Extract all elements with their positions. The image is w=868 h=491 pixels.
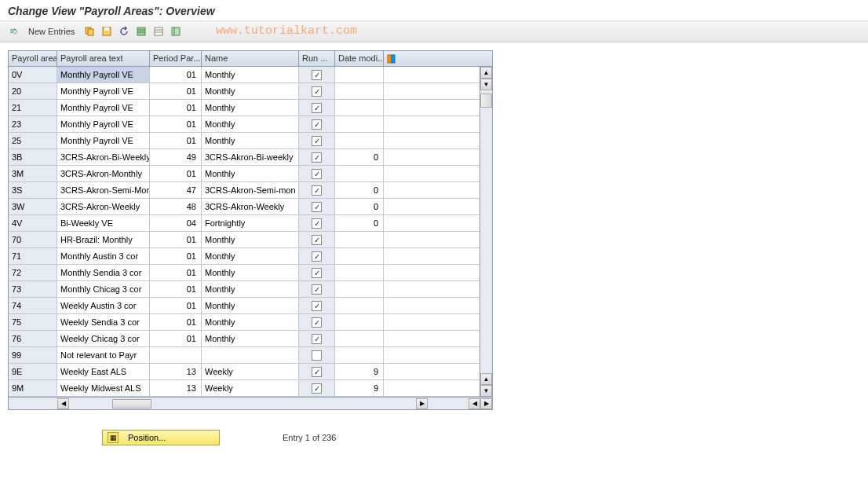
- table-row[interactable]: 76Weekly Chicag 3 cor01Monthly✓: [9, 331, 492, 347]
- cell-name[interactable]: Monthly: [202, 100, 299, 115]
- cell-payroll-area[interactable]: 9E: [9, 364, 57, 379]
- table-row[interactable]: 74Weekly Austin 3 cor01Monthly✓: [9, 298, 492, 314]
- position-button[interactable]: ▦ Position...: [102, 430, 220, 445]
- cell-payroll-area[interactable]: 9M: [9, 380, 57, 396]
- cell-payroll-area-text[interactable]: Weekly Midwest ALS: [57, 380, 150, 396]
- cell-payroll-area[interactable]: 0V: [9, 67, 57, 82]
- cell-run[interactable]: ✓: [299, 149, 335, 165]
- cell-payroll-area[interactable]: 71: [9, 248, 57, 264]
- table-row[interactable]: 3B3CRS-Akron-Bi-Weekly493CRS-Akron-Bi-we…: [9, 149, 492, 166]
- run-checkbox[interactable]: ✓: [312, 251, 322, 262]
- cell-date-modi[interactable]: [335, 314, 384, 330]
- select-all-icon[interactable]: [134, 24, 148, 38]
- cell-period-par[interactable]: 01: [150, 232, 202, 247]
- cell-date-modi[interactable]: [335, 116, 384, 132]
- scroll-left2-icon[interactable]: ◀: [469, 398, 480, 409]
- run-checkbox[interactable]: ✓: [312, 70, 322, 80]
- cell-run[interactable]: ✓: [299, 116, 335, 132]
- cell-payroll-area-text[interactable]: Bi-Weekly VE: [57, 215, 150, 231]
- run-checkbox[interactable]: ✓: [312, 334, 322, 344]
- cell-period-par[interactable]: 01: [150, 100, 202, 115]
- run-checkbox[interactable]: ✓: [312, 119, 322, 130]
- scroll-left-icon[interactable]: ◀: [57, 398, 69, 409]
- cell-run[interactable]: ✓: [299, 83, 335, 99]
- cell-payroll-area-text[interactable]: Monthly Chicag 3 cor: [57, 281, 150, 297]
- cell-period-par[interactable]: 01: [150, 265, 202, 280]
- run-checkbox[interactable]: ✓: [312, 202, 322, 212]
- cell-period-par[interactable]: 01: [150, 116, 202, 132]
- cell-payroll-area[interactable]: 74: [9, 298, 57, 313]
- table-row[interactable]: 72Monthly Sendia 3 cor01Monthly✓: [9, 265, 492, 281]
- col-period-par[interactable]: Period Par...: [150, 51, 202, 66]
- cell-payroll-area[interactable]: 3M: [9, 166, 57, 181]
- cell-date-modi[interactable]: [335, 166, 384, 181]
- cell-period-par[interactable]: 01: [150, 133, 202, 148]
- cell-payroll-area-text[interactable]: Monthly Payroll VE: [57, 67, 150, 82]
- cell-period-par[interactable]: 49: [150, 149, 202, 165]
- cell-period-par[interactable]: 01: [150, 331, 202, 346]
- run-checkbox[interactable]: ✓: [312, 268, 322, 278]
- cell-run[interactable]: ✓: [299, 248, 335, 264]
- cell-date-modi[interactable]: [335, 347, 384, 363]
- table-row[interactable]: 3S3CRS-Akron-Semi-Mon473CRS-Akron-Semi-m…: [9, 182, 492, 199]
- horizontal-scrollbar[interactable]: ◀ ▶ ◀ ▶: [9, 397, 492, 409]
- cell-name[interactable]: Monthly: [202, 331, 299, 346]
- cell-payroll-area-text[interactable]: Weekly Austin 3 cor: [57, 298, 150, 313]
- table-row[interactable]: 4VBi-Weekly VE04Fortnightly✓0: [9, 215, 492, 232]
- cell-date-modi[interactable]: [335, 281, 384, 297]
- cell-period-par[interactable]: 48: [150, 199, 202, 214]
- run-checkbox[interactable]: ✓: [312, 218, 322, 229]
- cell-name[interactable]: Monthly: [202, 116, 299, 132]
- cell-name[interactable]: Monthly: [202, 281, 299, 297]
- cell-payroll-area-text[interactable]: Weekly Chicag 3 cor: [57, 331, 150, 346]
- cell-run[interactable]: ✓: [299, 232, 335, 247]
- cell-payroll-area[interactable]: 4V: [9, 215, 57, 231]
- cell-period-par[interactable]: 47: [150, 182, 202, 198]
- cell-payroll-area-text[interactable]: Monthly Sendia 3 cor: [57, 265, 150, 280]
- cell-name[interactable]: Weekly: [202, 364, 299, 379]
- run-checkbox[interactable]: ✓: [312, 103, 322, 113]
- cell-payroll-area[interactable]: 70: [9, 232, 57, 247]
- table-row[interactable]: 9MWeekly Midwest ALS13Weekly✓9: [9, 380, 492, 397]
- col-payroll-area[interactable]: Payroll area: [9, 51, 57, 66]
- cell-payroll-area[interactable]: 76: [9, 331, 57, 346]
- scroll-thumb[interactable]: [480, 93, 492, 108]
- cell-period-par[interactable]: 04: [150, 215, 202, 231]
- cell-name[interactable]: Monthly: [202, 248, 299, 264]
- undo-icon[interactable]: [117, 24, 131, 38]
- hscroll-thumb[interactable]: [112, 399, 151, 409]
- cell-run[interactable]: ✓: [299, 100, 335, 115]
- run-checkbox[interactable]: ✓: [312, 152, 322, 163]
- cell-date-modi[interactable]: [335, 298, 384, 313]
- cell-date-modi[interactable]: [335, 248, 384, 264]
- run-checkbox[interactable]: ✓: [312, 301, 322, 311]
- cell-period-par[interactable]: 13: [150, 380, 202, 396]
- cell-run[interactable]: ✓: [299, 314, 335, 330]
- cell-payroll-area[interactable]: 23: [9, 116, 57, 132]
- cell-payroll-area[interactable]: 3B: [9, 149, 57, 165]
- run-checkbox[interactable]: ✓: [312, 367, 322, 377]
- table-row[interactable]: 75Weekly Sendia 3 cor01Monthly✓: [9, 314, 492, 331]
- scroll-down-icon[interactable]: ▼: [480, 385, 492, 397]
- cell-run[interactable]: ✓: [299, 215, 335, 231]
- cell-date-modi[interactable]: [335, 265, 384, 280]
- cell-payroll-area-text[interactable]: Monthly Payroll VE: [57, 116, 150, 132]
- cell-payroll-area-text[interactable]: Monthly Payroll VE: [57, 100, 150, 115]
- col-date-modi[interactable]: Date modi...: [335, 51, 384, 66]
- cell-payroll-area[interactable]: 21: [9, 100, 57, 115]
- cell-name[interactable]: Monthly: [202, 298, 299, 313]
- cell-run[interactable]: [299, 347, 335, 363]
- run-checkbox[interactable]: ✓: [312, 86, 322, 97]
- cell-payroll-area-text[interactable]: Monthly Payroll VE: [57, 133, 150, 148]
- copy-icon[interactable]: [82, 24, 97, 38]
- cell-payroll-area-text[interactable]: HR-Brazil: Monthly: [57, 232, 150, 247]
- deselect-all-icon[interactable]: [151, 24, 166, 38]
- cell-period-par[interactable]: 01: [150, 298, 202, 313]
- cell-run[interactable]: ✓: [299, 199, 335, 214]
- cell-period-par[interactable]: 01: [150, 314, 202, 330]
- cell-period-par[interactable]: 01: [150, 67, 202, 82]
- cell-period-par[interactable]: 01: [150, 166, 202, 181]
- cell-name[interactable]: Weekly: [202, 380, 299, 396]
- vertical-scrollbar[interactable]: ▲ ▼ ▲ ▼: [480, 67, 492, 397]
- cell-date-modi[interactable]: 0: [335, 149, 384, 165]
